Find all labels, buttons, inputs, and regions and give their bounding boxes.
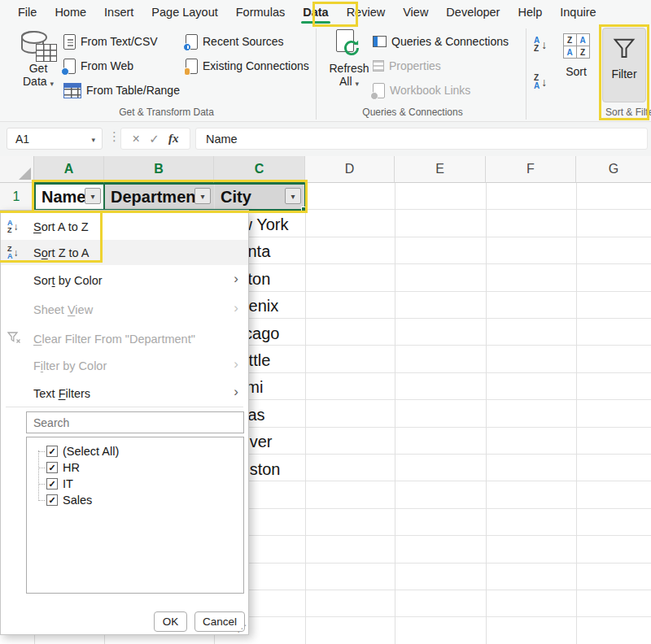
filter-search-input[interactable]: [26, 411, 244, 433]
text-csv-file-icon: [63, 34, 76, 50]
filter-value-select-all[interactable]: ✓ (Select All): [27, 443, 243, 459]
name-box[interactable]: A1 ▾: [7, 128, 103, 150]
get-data-button[interactable]: Get Data ▾: [13, 28, 63, 88]
chevron-down-icon: ▾: [355, 80, 359, 88]
gridline: [486, 183, 487, 644]
sort-za-icon: ZA↓: [7, 246, 19, 260]
menu-item-sort-z-to-a[interactable]: ZA↓ Sort Z to A: [1, 240, 248, 265]
resize-grip[interactable]: ⋰: [237, 623, 247, 634]
checkbox-checked-icon[interactable]: ✓: [46, 446, 58, 457]
recent-sources-icon: [186, 34, 198, 50]
column-header-e[interactable]: E: [395, 156, 486, 183]
tab-insert[interactable]: Insert: [98, 2, 140, 22]
department-filter-dropdown-button[interactable]: ▾: [194, 188, 211, 204]
tab-file[interactable]: File: [11, 2, 43, 22]
formula-bar-splitter[interactable]: ⋮: [108, 129, 120, 144]
menu-item-text-filters[interactable]: Text Filters ›: [1, 381, 248, 406]
queries-pane-icon: [373, 36, 387, 47]
menu-separator: [6, 407, 243, 407]
filter-values-list: ✓ (Select All) ✓ HR ✓ IT ✓ Sales: [26, 437, 244, 594]
group-divider: [526, 28, 526, 120]
checkbox-checked-icon[interactable]: ✓: [46, 478, 58, 490]
from-table-range-button[interactable]: From Table/Range: [63, 81, 180, 99]
column-header-f[interactable]: F: [486, 156, 576, 183]
filter-value-hr[interactable]: ✓ HR: [27, 459, 243, 476]
properties-icon: [373, 60, 384, 72]
tab-home[interactable]: Home: [48, 2, 93, 22]
tab-inquire[interactable]: Inquire: [553, 2, 602, 22]
row-header-1[interactable]: 1: [0, 183, 34, 211]
sort-descending-button[interactable]: ZA ↓: [534, 74, 547, 90]
sort-button[interactable]: ZAAZ Sort: [558, 33, 594, 78]
submenu-arrow-icon: ›: [234, 384, 238, 400]
autofilter-menu: AZ↓ Sort A to Z ZA↓ Sort Z to A Sort by …: [0, 210, 249, 635]
column-header-a[interactable]: A: [34, 156, 104, 183]
menu-item-sort-a-to-z[interactable]: AZ↓ Sort A to Z: [1, 214, 248, 239]
refresh-icon: [333, 28, 365, 62]
formula-bar-row: A1 ▾ ⋮ × ✓ fx: [0, 122, 651, 156]
from-web-button[interactable]: From Web: [63, 57, 133, 75]
gridline: [305, 183, 306, 644]
submenu-arrow-icon: ›: [234, 271, 238, 287]
clear-filter-icon: [7, 332, 21, 347]
column-header-c[interactable]: C: [214, 156, 305, 183]
sort-dialog-icon: ZAAZ: [563, 33, 590, 59]
sort-az-icon: AZ↓: [7, 220, 19, 234]
formula-actions: × ✓ fx: [120, 128, 190, 150]
ribbon-tab-bar: File Home Insert Page Layout Formulas Da…: [0, 0, 651, 24]
tab-developer[interactable]: Developer: [439, 2, 506, 22]
select-all-triangle-icon: [19, 168, 31, 180]
cancel-entry-icon[interactable]: ×: [133, 132, 140, 146]
menu-item-sheet-view: Sheet View ›: [1, 297, 248, 322]
filter-value-sales[interactable]: ✓ Sales: [27, 492, 243, 508]
menu-item-filter-by-color: Filter by Color ›: [1, 353, 248, 378]
city-filter-dropdown-button[interactable]: ▾: [285, 188, 301, 204]
confirm-entry-icon[interactable]: ✓: [149, 132, 159, 146]
ribbon-data-tab-content: Get Data ▾ From Text/CSV From Web From T…: [0, 24, 651, 122]
group-label-get-transform: Get & Transform Data: [91, 107, 242, 118]
workbook-links-icon: [373, 83, 385, 98]
tab-formulas[interactable]: Formulas: [229, 2, 291, 22]
from-text-csv-button[interactable]: From Text/CSV: [63, 33, 158, 50]
properties-button: Properties: [373, 57, 441, 75]
sort-ascending-button[interactable]: AZ ↓: [534, 37, 547, 53]
recent-sources-button[interactable]: Recent Sources: [186, 33, 284, 50]
sort-az-icon: AZ: [534, 37, 540, 53]
filter-button[interactable]: Filter: [602, 28, 646, 102]
checkbox-checked-icon[interactable]: ✓: [46, 494, 58, 506]
chevron-down-icon: ▾: [50, 80, 54, 88]
name-filter-dropdown-button[interactable]: ▾: [85, 188, 101, 204]
submenu-arrow-icon: ›: [234, 300, 238, 316]
menu-item-clear-filter: Clear Filter From "Department": [1, 326, 248, 351]
insert-function-icon[interactable]: fx: [168, 132, 179, 146]
ok-button[interactable]: OK: [154, 611, 187, 632]
group-label-sort-filter: Sort & Filter: [605, 107, 651, 118]
checkbox-checked-icon[interactable]: ✓: [46, 462, 58, 473]
funnel-icon: [612, 37, 636, 61]
tab-help[interactable]: Help: [511, 2, 548, 22]
menu-item-sort-by-color[interactable]: Sort by Color ›: [1, 268, 248, 293]
web-file-icon: [63, 59, 76, 74]
queries-connections-button[interactable]: Queries & Connections: [373, 33, 509, 50]
group-label-queries: Queries & Connections: [335, 107, 490, 118]
column-header-d[interactable]: D: [305, 156, 395, 183]
refresh-all-button[interactable]: Refresh All ▾: [326, 28, 373, 88]
filter-value-it[interactable]: ✓ IT: [27, 476, 243, 492]
column-header-b[interactable]: B: [104, 156, 214, 183]
tab-data[interactable]: Data: [296, 2, 334, 22]
existing-connections-button[interactable]: Existing Connections: [186, 57, 309, 75]
sort-za-icon: ZA: [534, 74, 540, 90]
existing-connections-icon: [186, 59, 198, 74]
workbook-links-button: Workbook Links: [373, 81, 470, 99]
select-all-button[interactable]: [0, 156, 34, 183]
column-header-g[interactable]: G: [576, 156, 651, 183]
chevron-down-icon[interactable]: ▾: [91, 136, 95, 144]
excel-window: File Home Insert Page Layout Formulas Da…: [0, 0, 651, 644]
tab-review[interactable]: Review: [340, 2, 392, 22]
tab-view[interactable]: View: [396, 2, 435, 22]
formula-input[interactable]: [195, 128, 648, 150]
database-icon: [20, 28, 57, 62]
gridline: [395, 183, 395, 644]
gridline: [576, 183, 577, 644]
tab-page-layout[interactable]: Page Layout: [145, 2, 224, 22]
